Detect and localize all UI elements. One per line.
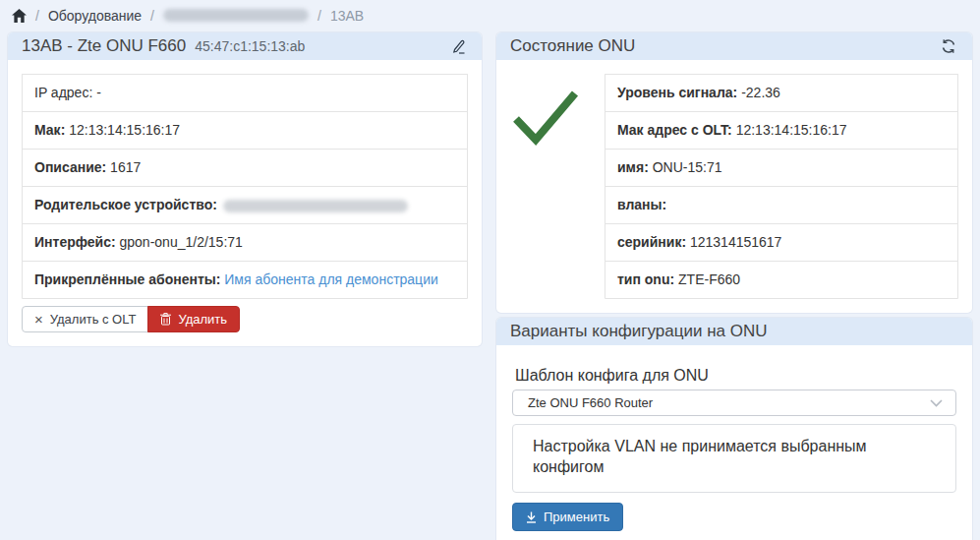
device-panel-header: 13AB - Zte ONU F66045:47:c1:15:13:ab — [8, 32, 482, 60]
device-panel-title: 13AB - Zte ONU F660 — [22, 36, 186, 55]
config-template-selected-value: Zte ONU F660 Router — [528, 395, 653, 410]
breadcrumb-separator: / — [317, 8, 321, 24]
config-message: Настройка VLAN не принимается выбранным … — [512, 424, 956, 493]
row-label: серийник: — [617, 234, 686, 250]
apply-button[interactable]: Применить — [512, 503, 623, 531]
device-panel: 13AB - Zte ONU F66045:47:c1:15:13:ab IP … — [8, 32, 482, 346]
device-row-parent: Родительское устройство: — [23, 187, 467, 224]
status-panel-body: Уровень сигнала: -22.36 Мак адрес с OLT:… — [496, 60, 972, 313]
config-panel-body: Шаблон конфига для ONU Zte ONU F660 Rout… — [496, 345, 972, 540]
row-value: 1617 — [110, 159, 141, 175]
row-label: Родительское устройство: — [34, 197, 217, 212]
status-info-table: Уровень сигнала: -22.36 Мак адрес с OLT:… — [605, 74, 958, 299]
home-icon[interactable] — [12, 9, 27, 23]
config-template-label: Шаблон конфига для ONU — [515, 367, 956, 385]
status-row-onu-type: тип onu: ZTE-F660 — [605, 262, 957, 299]
row-label: Интерфейс: — [34, 234, 116, 250]
status-row-vlans: вланы: — [605, 187, 957, 224]
trash-icon — [160, 313, 171, 326]
config-template-select[interactable]: Zte ONU F660 Router — [512, 390, 956, 416]
download-icon — [526, 511, 537, 523]
refresh-icon[interactable] — [939, 37, 958, 55]
row-value: gpon-onu_1/2/15:71 — [120, 234, 243, 250]
device-row-ip: IP адрес: - — [23, 75, 467, 112]
status-row-name: имя: ONU-15:71 — [605, 150, 957, 187]
green-checkmark-icon — [510, 88, 605, 149]
chevron-down-icon — [930, 399, 943, 407]
breadcrumb-separator: / — [35, 8, 39, 24]
row-label: IP адрес: — [34, 85, 92, 100]
row-value: 12:13:14:15:16:17 — [736, 122, 847, 138]
subscriber-link[interactable]: Имя абонента для демонстрации — [224, 271, 437, 287]
row-value: 12:13:14:15:16:17 — [69, 122, 180, 138]
status-ok-column — [510, 74, 605, 299]
status-row-mac-olt: Мак адрес с OLT: 12:13:14:15:16:17 — [605, 112, 957, 150]
status-panel-header: Состояние ONU — [496, 32, 972, 60]
row-label: тип onu: — [617, 271, 674, 287]
row-label: Описание: — [34, 159, 106, 175]
breadcrumb-redacted-link[interactable] — [163, 9, 309, 22]
right-column: Состояние ONU — [496, 32, 972, 540]
status-panel: Состояние ONU — [496, 32, 972, 313]
breadcrumb-separator: / — [150, 8, 154, 24]
row-label: Уровень сигнала: — [617, 85, 737, 100]
row-value: 121314151617 — [690, 234, 781, 250]
status-row-serial: серийник: 121314151617 — [605, 224, 957, 262]
page: / Оборудование / / 13AB 13AB - Zte ONU F… — [0, 0, 980, 540]
device-info-table: IP адрес: - Мак: 12:13:14:15:16:17 Описа… — [22, 74, 468, 299]
config-panel-title: Варианты конфигурации на ONU — [510, 322, 767, 341]
config-panel: Варианты конфигурации на ONU Шаблон конф… — [496, 318, 972, 540]
close-icon: × — [34, 313, 43, 326]
row-label: Прикреплённые абоненты: — [34, 271, 220, 287]
row-label: Мак адрес с OLT: — [617, 122, 732, 138]
config-panel-header: Варианты конфигурации на ONU — [496, 318, 972, 345]
row-value: ZTE-F660 — [678, 271, 740, 287]
status-panel-title: Состояние ONU — [510, 36, 635, 56]
device-row-mac: Мак: 12:13:14:15:16:17 — [23, 112, 467, 150]
device-actions: × Удалить с OLT — [22, 306, 468, 332]
row-label: Мак: — [34, 122, 65, 138]
breadcrumb-current: 13AB — [330, 8, 364, 24]
device-row-subscribers: Прикреплённые абоненты: Имя абонента для… — [23, 262, 467, 299]
device-mac-suffix: 45:47:c1:15:13:ab — [195, 38, 305, 54]
parent-device-redacted-link[interactable] — [223, 200, 408, 212]
breadcrumb-equipment-link[interactable]: Оборудование — [48, 8, 142, 24]
remove-from-olt-button[interactable]: × Удалить с OLT — [22, 306, 148, 332]
row-value: -22.36 — [741, 85, 780, 100]
delete-button[interactable]: Удалить — [147, 306, 240, 332]
status-row-signal: Уровень сигнала: -22.36 — [605, 75, 957, 112]
row-value: - — [96, 85, 101, 100]
device-row-description: Описание: 1617 — [23, 150, 467, 187]
edit-pencil-icon[interactable] — [448, 38, 468, 55]
row-label: имя: — [617, 159, 649, 175]
device-row-interface: Интерфейс: gpon-onu_1/2/15:71 — [23, 224, 467, 262]
device-panel-title-wrap: 13AB - Zte ONU F66045:47:c1:15:13:ab — [22, 36, 305, 56]
row-label: вланы: — [617, 197, 666, 212]
breadcrumb: / Оборудование / / 13AB — [0, 0, 980, 30]
device-panel-body: IP адрес: - Мак: 12:13:14:15:16:17 Описа… — [8, 60, 482, 346]
row-value: ONU-15:71 — [653, 159, 722, 175]
